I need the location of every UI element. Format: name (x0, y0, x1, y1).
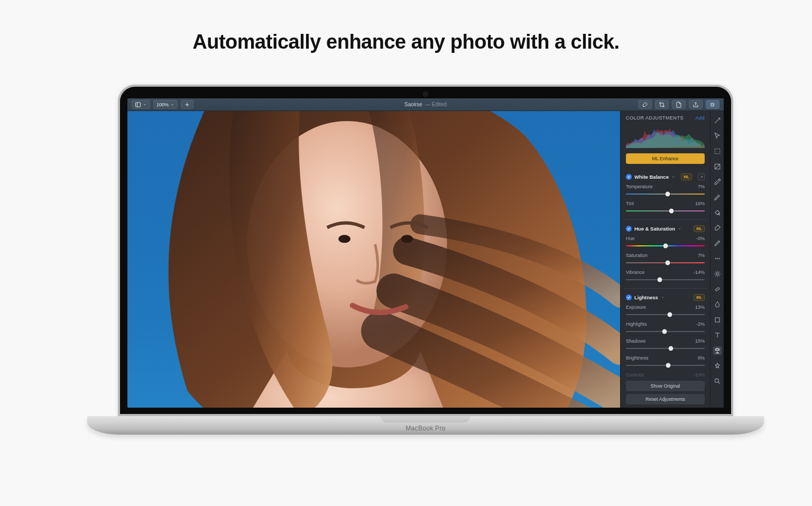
brightness-row: Brightness8% (626, 355, 705, 369)
eyedropper-tool[interactable] (713, 178, 722, 186)
image-canvas[interactable] (127, 111, 620, 408)
svg-point-8 (718, 258, 719, 259)
svg-point-7 (716, 258, 717, 259)
document-name: Saoirse (404, 102, 422, 107)
page-mode-button[interactable] (672, 100, 686, 109)
square-icon (714, 316, 721, 324)
type-tool[interactable] (713, 331, 722, 339)
pen-icon (714, 194, 721, 201)
pointer-select-tool[interactable] (713, 132, 722, 140)
chevron-down-icon (143, 103, 147, 107)
share-icon (693, 102, 699, 108)
gradient-tool[interactable] (713, 162, 722, 171)
wand-tool[interactable] (713, 116, 722, 125)
svg-rect-0 (136, 103, 141, 107)
ml-badge[interactable]: ML (694, 294, 705, 301)
saturation-row: Saturation7% (626, 253, 705, 266)
clone-stamp-icon (714, 347, 721, 354)
exposure-slider[interactable] (626, 311, 705, 318)
shadows-row: Shadows15% (626, 338, 705, 352)
svg-point-6 (715, 258, 716, 259)
popout-button[interactable] (698, 173, 705, 180)
square-tool[interactable] (713, 316, 722, 324)
eyedropper-icon (714, 178, 721, 186)
macbook-mockup: 100% Saoirse — Edited (118, 85, 733, 435)
sun-tool[interactable] (713, 270, 722, 278)
chevron-down-icon (170, 103, 174, 107)
page-tool-icon (676, 102, 682, 108)
temperature-row: Temperature7% (626, 184, 705, 197)
zoom-menu[interactable]: 100% (153, 100, 178, 109)
share-button[interactable] (689, 100, 703, 109)
brightness-slider[interactable] (626, 362, 705, 369)
enable-toggle[interactable] (626, 226, 632, 232)
droplet-tool[interactable] (713, 300, 722, 309)
bucket-icon (714, 209, 721, 216)
adjustments-panel-button[interactable] (706, 100, 719, 109)
shadows-slider[interactable] (626, 345, 705, 352)
white-balance-header[interactable]: White Balance ML (626, 173, 705, 180)
hue-row: Hue-0% (626, 236, 705, 249)
histogram (626, 125, 705, 148)
highlights-row: Highlights-2% (626, 321, 705, 335)
enable-toggle[interactable] (626, 295, 632, 300)
svg-rect-10 (715, 287, 719, 291)
svg-rect-4 (715, 149, 719, 153)
document-status: — Edited (425, 102, 447, 107)
document-title: Saoirse — Edited (404, 102, 447, 107)
effects-tool[interactable] (713, 362, 722, 370)
svg-rect-11 (715, 318, 719, 322)
ml-enhance-button[interactable]: ML Enhance (626, 153, 705, 164)
hue-saturation-header[interactable]: Hue & Saturation ML (626, 225, 705, 232)
reset-adjustments-button[interactable]: Reset Adjustments (626, 394, 705, 404)
webcam (423, 92, 428, 96)
svg-point-2 (338, 235, 350, 243)
show-original-button[interactable]: Show Original (626, 381, 705, 391)
svg-point-3 (401, 235, 413, 243)
zoom-level: 100% (156, 102, 169, 107)
pencil-icon (714, 240, 721, 247)
panel-title: COLOR ADJUSTMENTS (626, 115, 684, 121)
crop-tool-icon (659, 102, 665, 108)
chevron-down-icon (671, 175, 675, 179)
brush-icon (714, 224, 721, 232)
add-button[interactable] (181, 100, 193, 109)
color-adjustments-panel: COLOR ADJUSTMENTS Add ML Enhance (620, 111, 710, 408)
marquee-icon (714, 148, 721, 155)
vibrance-slider[interactable] (626, 277, 705, 283)
exposure-row: Exposure13% (626, 305, 705, 318)
ml-badge[interactable]: ML (681, 173, 692, 180)
crop-mode-button[interactable] (655, 100, 669, 109)
tint-slider[interactable] (626, 208, 705, 214)
wand-icon (714, 117, 721, 124)
clone-stamp-tool[interactable] (713, 346, 722, 355)
layout-menu[interactable] (132, 100, 150, 109)
enable-toggle[interactable] (626, 174, 632, 180)
hue-slider[interactable] (626, 243, 705, 249)
zoom-tool[interactable] (713, 377, 722, 385)
lightness-header[interactable]: Lightness ML (626, 294, 705, 301)
healing-tool[interactable] (713, 285, 722, 293)
vibrance-row: Vibrance-14% (626, 270, 705, 283)
brush-mode-button[interactable] (638, 100, 652, 109)
pencil-tool[interactable] (713, 239, 722, 247)
tool-strip (710, 111, 724, 408)
gradient-icon (714, 163, 721, 170)
layout-icon (135, 102, 141, 108)
contrast-row: Contrast-10% (626, 372, 705, 378)
dots-tool[interactable] (713, 254, 722, 263)
svg-point-9 (716, 273, 718, 275)
marquee-tool[interactable] (713, 147, 722, 155)
pen-tool[interactable] (713, 193, 722, 201)
svg-point-12 (715, 379, 718, 382)
brush-tool[interactable] (713, 224, 722, 232)
plus-icon (184, 102, 190, 108)
chevron-down-icon (661, 296, 665, 299)
highlights-slider[interactable] (626, 328, 705, 335)
temperature-slider[interactable] (626, 191, 705, 197)
chevron-down-icon (678, 227, 681, 231)
add-adjustment-button[interactable]: Add (695, 115, 705, 121)
bucket-tool[interactable] (713, 208, 722, 217)
saturation-slider[interactable] (626, 260, 705, 266)
ml-badge[interactable]: ML (694, 225, 705, 232)
